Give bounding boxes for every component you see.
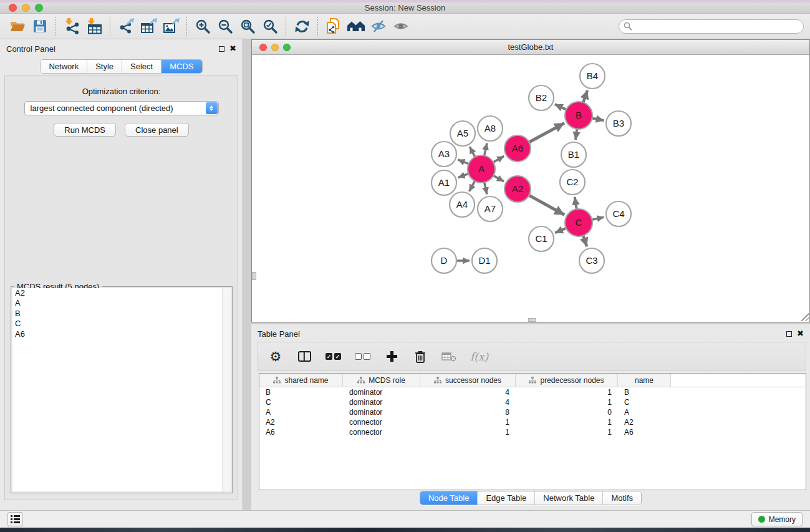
list-item[interactable]: A2 bbox=[12, 288, 231, 298]
home-button[interactable] bbox=[345, 16, 367, 37]
list-item[interactable]: B bbox=[12, 309, 231, 319]
select-all-columns-button[interactable]: ✓✓ bbox=[325, 349, 341, 365]
result-list-scrollbar[interactable] bbox=[222, 288, 231, 491]
graph-edge-B-B1[interactable] bbox=[576, 128, 577, 140]
graph-node-C1[interactable]: C1 bbox=[529, 226, 554, 251]
list-item[interactable]: A6 bbox=[12, 329, 231, 339]
zoom-in-button[interactable] bbox=[191, 16, 214, 37]
graph-edge-A6-B[interactable] bbox=[529, 123, 565, 142]
clone-network-button[interactable] bbox=[322, 16, 345, 37]
graph-node-D[interactable]: D bbox=[432, 248, 456, 273]
graph-node-C2[interactable]: C2 bbox=[560, 170, 585, 195]
tab-node-table[interactable]: Node Table bbox=[420, 491, 478, 505]
graph-edge-A-A7[interactable] bbox=[484, 182, 486, 195]
graph-node-A[interactable]: A bbox=[468, 155, 495, 183]
close-window-button[interactable] bbox=[9, 4, 17, 12]
tab-edge-table[interactable]: Edge Table bbox=[478, 491, 535, 505]
mcds-result-list[interactable]: A2ABCA6 bbox=[12, 288, 231, 491]
run-mcds-button[interactable]: Run MCDS bbox=[54, 123, 116, 137]
split-columns-button[interactable] bbox=[297, 349, 312, 365]
delete-table-button[interactable] bbox=[441, 349, 456, 365]
graph-edge-A-A8[interactable] bbox=[484, 143, 487, 156]
export-image-button[interactable] bbox=[160, 16, 182, 37]
graph-node-A1[interactable]: A1 bbox=[432, 170, 456, 195]
deselect-all-columns-button[interactable] bbox=[355, 349, 370, 365]
graph-node-A5[interactable]: A5 bbox=[450, 121, 475, 146]
add-column-button[interactable] bbox=[384, 349, 399, 365]
graph-node-A8[interactable]: A8 bbox=[478, 116, 503, 141]
zoom-window-button[interactable] bbox=[35, 4, 43, 12]
export-network-button[interactable] bbox=[115, 16, 137, 37]
graph-edge-C-C3[interactable] bbox=[583, 235, 587, 246]
graph-node-C3[interactable]: C3 bbox=[579, 248, 604, 273]
graph-node-A3[interactable]: A3 bbox=[432, 142, 456, 167]
graph-node-B3[interactable]: B3 bbox=[606, 111, 631, 136]
column-header-mcds-role[interactable]: MCDS role bbox=[343, 374, 420, 387]
graph-edge-A-A5[interactable] bbox=[470, 147, 475, 157]
import-table-button[interactable] bbox=[83, 16, 105, 37]
table-settings-button[interactable]: ⚙ bbox=[268, 349, 283, 365]
zoom-out-button[interactable] bbox=[214, 16, 236, 37]
float-panel-icon[interactable] bbox=[786, 331, 792, 337]
graph-edge-C-C4[interactable] bbox=[592, 217, 604, 220]
memory-button[interactable]: Memory bbox=[751, 512, 803, 526]
open-session-button[interactable] bbox=[6, 16, 29, 37]
close-panel-button[interactable]: Close panel bbox=[125, 123, 189, 137]
graph-node-B4[interactable]: B4 bbox=[580, 64, 605, 89]
split-pane-handle[interactable] bbox=[252, 272, 256, 280]
toggle-annotations-button[interactable] bbox=[367, 16, 390, 37]
table-row[interactable]: A6connector11A6 bbox=[259, 427, 806, 437]
graph-edge-B-B2[interactable] bbox=[555, 104, 567, 110]
network-zoom-button[interactable] bbox=[283, 44, 291, 51]
import-network-button[interactable] bbox=[60, 16, 83, 37]
zoom-fit-button[interactable] bbox=[236, 16, 259, 37]
graph-node-A4[interactable]: A4 bbox=[450, 192, 475, 217]
column-header-predecessor-nodes[interactable]: predecessor nodes bbox=[516, 374, 618, 387]
list-item[interactable]: A bbox=[12, 298, 231, 308]
network-canvas[interactable]: B4B2BB3A5A8A6B1A3AC2A1A2A4A7C4CC1C3DD1 bbox=[252, 55, 809, 322]
list-item[interactable]: C bbox=[12, 319, 231, 329]
graph-node-A2[interactable]: A2 bbox=[504, 176, 531, 202]
table-row[interactable]: Bdominator41B bbox=[259, 387, 806, 397]
column-header-successor-nodes[interactable]: successor nodes bbox=[420, 374, 516, 387]
graph-node-C4[interactable]: C4 bbox=[606, 201, 631, 226]
graph-node-B2[interactable]: B2 bbox=[529, 85, 554, 110]
table-row[interactable]: Adominator80A bbox=[259, 407, 806, 417]
zoom-selected-button[interactable] bbox=[259, 16, 281, 37]
graph-edge-A-A1[interactable] bbox=[458, 173, 470, 178]
tab-style[interactable]: Style bbox=[87, 60, 122, 73]
column-header-name[interactable]: name bbox=[618, 374, 671, 387]
graph-edge-B-B3[interactable] bbox=[592, 118, 604, 120]
save-session-button[interactable] bbox=[29, 16, 51, 37]
graph-edge-B-B4[interactable] bbox=[583, 90, 587, 104]
function-builder-button[interactable]: f(x) bbox=[470, 349, 488, 365]
graph-edge-A-A4[interactable] bbox=[469, 180, 475, 191]
graph-edge-A-A3[interactable] bbox=[458, 160, 469, 164]
graph-node-D1[interactable]: D1 bbox=[472, 248, 497, 273]
optimization-criterion-select[interactable]: largest connected component (directed) bbox=[24, 101, 219, 115]
graph-edge-C-C1[interactable] bbox=[555, 228, 567, 233]
table-row[interactable]: A2connector11A2 bbox=[259, 417, 806, 427]
graph-node-C[interactable]: C bbox=[565, 209, 592, 236]
graph-edge-C-C2[interactable] bbox=[575, 197, 577, 210]
delete-column-button[interactable] bbox=[413, 349, 428, 365]
network-graph[interactable]: B4B2BB3A5A8A6B1A3AC2A1A2A4A7C4CC1C3DD1 bbox=[252, 55, 809, 322]
toggle-visibility-button[interactable] bbox=[390, 16, 412, 37]
network-close-button[interactable] bbox=[259, 44, 267, 51]
tab-motifs[interactable]: Motifs bbox=[603, 491, 641, 505]
tab-select[interactable]: Select bbox=[122, 60, 162, 73]
export-table-button[interactable] bbox=[137, 16, 160, 37]
graph-edge-A-A2[interactable] bbox=[493, 175, 504, 181]
search-input[interactable] bbox=[619, 19, 804, 34]
show-panels-button[interactable] bbox=[7, 512, 23, 526]
tab-mcds[interactable]: MCDS bbox=[162, 60, 201, 73]
minimize-window-button[interactable] bbox=[22, 4, 30, 12]
close-panel-icon[interactable]: ✖ bbox=[229, 46, 236, 52]
graph-edge-A2-C[interactable] bbox=[529, 195, 565, 215]
graph-edge-A-A6[interactable] bbox=[493, 156, 504, 162]
tab-network-table[interactable]: Network Table bbox=[535, 491, 603, 505]
close-panel-icon[interactable]: ✖ bbox=[797, 331, 804, 337]
graph-node-B[interactable]: B bbox=[565, 102, 592, 129]
split-pane-handle[interactable] bbox=[528, 318, 536, 322]
graph-node-A7[interactable]: A7 bbox=[478, 196, 503, 221]
